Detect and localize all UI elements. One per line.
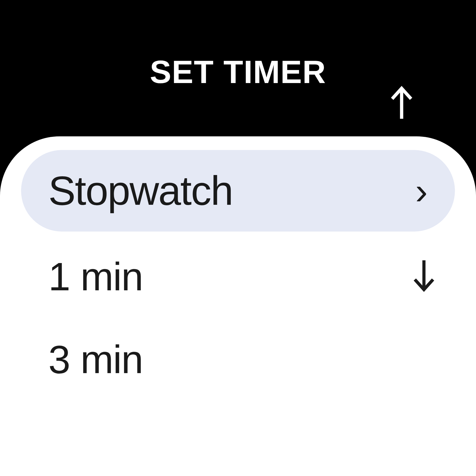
page-title: SET TIMER	[0, 53, 476, 90]
scroll-down-icon[interactable]	[413, 260, 435, 293]
stopwatch-option[interactable]: Stopwatch ›	[21, 150, 455, 232]
timer-option-label: 1 min	[48, 254, 143, 299]
timer-option-label: 3 min	[48, 337, 143, 382]
timer-option-3min[interactable]: 3 min	[21, 322, 455, 405]
header: SET TIMER	[0, 0, 476, 90]
timer-option-1min[interactable]: 1 min	[21, 232, 455, 322]
scroll-up-icon[interactable]	[390, 86, 413, 120]
timer-options-panel: Stopwatch › 1 min 3 min	[0, 136, 476, 476]
chevron-right-icon: ›	[415, 172, 428, 209]
stopwatch-label: Stopwatch	[48, 167, 233, 214]
